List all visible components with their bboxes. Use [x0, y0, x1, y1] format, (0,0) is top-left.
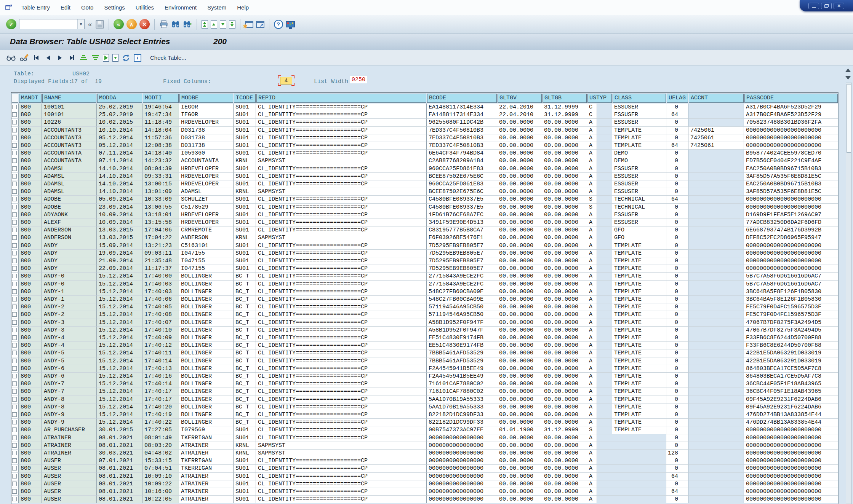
cell-modti[interactable]: 17:40:10	[142, 327, 179, 334]
cell-modda[interactable]: 14.10.2014	[97, 188, 142, 196]
cell-repid[interactable]: CL_IDENTITY===================CP	[256, 465, 427, 472]
cell-gltgb[interactable]: 00.00.0000	[542, 188, 587, 196]
cell-gltgb[interactable]: 00.00.0000	[542, 473, 587, 480]
cell-modbe[interactable]: D031738	[179, 142, 234, 150]
cell-modti[interactable]: 13:06:55	[142, 204, 179, 211]
cell-modti[interactable]: 17:40:11	[142, 349, 179, 357]
cell-gltgb[interactable]: 00.00.0000	[542, 234, 587, 242]
cell-repid[interactable]: CL_IDENTITY===================CP	[256, 396, 427, 404]
cell-gltgb[interactable]: 00.00.0000	[542, 319, 587, 327]
cell-accnt[interactable]	[688, 334, 744, 342]
cell-repid[interactable]: SAPMSYST	[256, 157, 427, 165]
cell-repid[interactable]: CL_IDENTITY===================CP	[256, 496, 427, 503]
table-row[interactable]: 800ANDY22.09.201411:17:37I047155SU01CL_I…	[0, 265, 853, 273]
table-row[interactable]: 800ACCOUNTANTA07.11.201414:18:40I059360S…	[0, 150, 853, 157]
cell-ustyp[interactable]: A	[587, 265, 597, 273]
row-checkbox[interactable]	[12, 112, 17, 117]
cell-tcode[interactable]: SU01	[234, 496, 256, 503]
cell-accnt[interactable]	[688, 111, 744, 119]
cell-tcode[interactable]: BC_T	[234, 388, 256, 396]
cell-uflag[interactable]: 0	[666, 327, 688, 334]
cell-accnt[interactable]	[688, 303, 744, 311]
cell-gltgb[interactable]: 00.00.0000	[542, 357, 587, 365]
row-checkbox[interactable]	[12, 197, 17, 201]
cell-modbe[interactable]: BOLLINGER	[179, 334, 234, 342]
cell-accnt[interactable]	[688, 373, 744, 380]
cell-modbe[interactable]: HRDEVELOPER	[179, 211, 234, 219]
column-header-tcode[interactable]: TCODE	[234, 94, 256, 103]
cell-gltgb[interactable]: 00.00.0000	[542, 134, 587, 142]
cell-passcode[interactable]: 0000000000000000000000	[744, 450, 838, 457]
cell-uflag[interactable]: 0	[666, 365, 688, 373]
row-checkbox[interactable]	[12, 312, 17, 317]
cell-passcode[interactable]: 476DD274BB13A833854E44	[744, 411, 838, 419]
cell-modbe[interactable]: BOLLINGER	[179, 319, 234, 327]
first-entry-icon[interactable]	[32, 53, 40, 62]
table-row[interactable]: 800ANDY-515.12.201417:40:11BOLLINGERBC_T…	[0, 349, 853, 357]
cell-gltgv[interactable]: 00.00.0000	[497, 165, 542, 173]
row-checkbox[interactable]	[12, 289, 17, 294]
cell-modbe[interactable]: ACCOUNTANTA	[179, 157, 234, 165]
cell-modbe[interactable]: ATRAINER	[179, 488, 234, 496]
cell-bcode[interactable]: 960CCA25FD861E83	[427, 180, 497, 188]
cell-ustyp[interactable]: A	[587, 303, 597, 311]
cell-class[interactable]	[612, 434, 666, 442]
cell-gltgb[interactable]: 00.00.0000	[542, 180, 587, 188]
refresh-icon[interactable]	[122, 53, 130, 62]
cell-passcode[interactable]: 476DD274BB13A833854E44	[744, 419, 838, 426]
cell-tcode[interactable]: SU01	[234, 150, 256, 157]
cell-ustyp[interactable]: A	[587, 150, 597, 157]
cell-passcode[interactable]: 422B1E5DA063291D033019	[744, 349, 838, 357]
cell-uflag[interactable]: 0	[666, 419, 688, 426]
cell-mandt[interactable]: 800	[19, 211, 42, 219]
cell-repid[interactable]: CL_IDENTITY===================CP	[256, 250, 427, 257]
cell-repid[interactable]: CL_IDENTITY===================CP	[256, 226, 427, 234]
table-row[interactable]: 800ANDY-715.12.201417:40:17BOLLINGERBC_T…	[0, 388, 853, 396]
cell-ustyp[interactable]: A	[587, 234, 597, 242]
cell-modti[interactable]: 21:35:48	[142, 257, 179, 265]
cell-class[interactable]: TEMPLATE	[612, 411, 666, 419]
cell-ustyp[interactable]: A	[587, 473, 597, 480]
cell-ustyp[interactable]: A	[587, 211, 597, 219]
row-checkbox[interactable]	[12, 182, 17, 186]
cell-bcode[interactable]: F2A4545941B5EE49	[427, 365, 497, 373]
cell-tcode[interactable]: KRNL	[234, 188, 256, 196]
cell-modda[interactable]: 15.12.2014	[97, 273, 142, 280]
cell-gltgb[interactable]: 00.00.0000	[542, 257, 587, 265]
cell-bcode[interactable]: 548C27FB60CBA09E	[427, 296, 497, 303]
cell-modti[interactable]: 14:18:40	[142, 150, 179, 157]
cell-modda[interactable]: 13.03.2015	[97, 226, 142, 234]
cell-class[interactable]	[612, 480, 666, 488]
cell-gltgv[interactable]: 00.00.0000	[497, 349, 542, 357]
cell-modda[interactable]: 30.01.2015	[97, 426, 142, 434]
cell-repid[interactable]: CL_IDENTITY===================CP	[256, 404, 427, 411]
cell-gltgb[interactable]: 00.00.0000	[542, 288, 587, 296]
cell-bcode[interactable]: BCEE87502E675E6C	[427, 188, 497, 196]
cell-accnt[interactable]	[688, 219, 744, 226]
cell-modda[interactable]: 19.09.2014	[97, 250, 142, 257]
row-checkbox[interactable]	[12, 443, 17, 448]
cell-bcode[interactable]: 96255680F11DC42B	[427, 119, 497, 126]
cell-repid[interactable]: SAPMSYST	[256, 450, 427, 457]
cell-accnt[interactable]	[688, 396, 744, 404]
cell-uflag[interactable]: 0	[666, 496, 688, 503]
row-checkbox[interactable]	[12, 412, 17, 417]
cell-bname[interactable]: ADAMSL	[42, 173, 97, 180]
column-header-gltgv[interactable]: GLTGV	[498, 94, 542, 103]
cell-gltgb[interactable]: 00.00.0000	[542, 204, 587, 211]
cell-bname[interactable]: ANDY-9	[42, 419, 97, 426]
cell-tcode[interactable]: SU01	[234, 465, 256, 472]
row-checkbox[interactable]	[12, 205, 17, 209]
cell-gltgv[interactable]: 00.00.0000	[497, 342, 542, 349]
cell-class[interactable]: TEMPLATE	[612, 349, 666, 357]
cell-class[interactable]: ESSUSER	[612, 173, 666, 180]
column-header-gltgb[interactable]: GLTGB	[543, 94, 587, 103]
cell-gltgv[interactable]: 00.00.0000	[497, 480, 542, 488]
row-checkbox[interactable]	[12, 497, 17, 501]
cell-modti[interactable]: 07:04:51	[142, 465, 179, 472]
cell-class[interactable]: TEMPLATE	[612, 380, 666, 388]
cell-passcode[interactable]: 0000000000000000000000	[744, 142, 838, 150]
cell-repid[interactable]: CL_IDENTITY===================CP	[256, 242, 427, 250]
cell-passcode[interactable]: ED7B56CE0404F221C9E4AF	[744, 157, 838, 165]
cell-mandt[interactable]: 800	[19, 480, 42, 488]
